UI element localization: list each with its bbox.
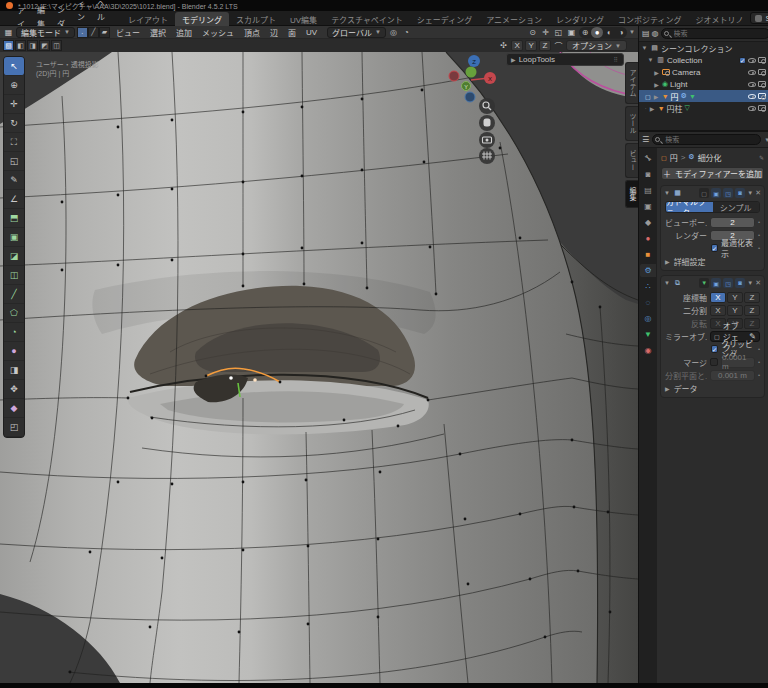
menu-face[interactable]: 面 [284,27,300,38]
tool-smooth[interactable]: ● [4,342,24,361]
tab-world[interactable]: ● [640,232,656,245]
mirror-butterfly-icon[interactable]: ✣ [498,40,509,51]
realtime-toggle-icon[interactable]: ◳ [723,188,733,198]
clipping-checkbox[interactable]: ✓ [711,345,718,353]
outliner-display-mode-icon[interactable]: ▤ [642,28,650,39]
light-row[interactable]: ▶ ◉ Light [639,78,768,90]
tab-view-layer[interactable]: ▣ [640,200,656,213]
axis-z-button[interactable]: Z [744,292,760,303]
tool-shrink-fatten[interactable]: ✥ [4,380,24,399]
shading-material-icon[interactable]: ◐ [603,27,615,38]
render-toggle-icon[interactable]: ◙ [735,188,745,198]
tab-object[interactable]: ■ [640,248,656,261]
select-invert-icon[interactable]: ◩ [39,40,50,51]
axis-y-button[interactable]: Y [727,292,743,303]
extras-dropdown-icon[interactable]: ▼ [747,190,753,196]
camera-row[interactable]: ▶ Camera [639,66,768,78]
tool-scale[interactable]: ⛶ [4,133,24,152]
tab-modeling[interactable]: モデリング [175,12,229,26]
select-subtract-icon[interactable]: ◨ [27,40,38,51]
render-visibility-icon[interactable] [758,93,766,99]
tool-inset-faces[interactable]: ▣ [4,228,24,247]
outliner-search-input[interactable] [661,28,768,39]
select-intersect-icon[interactable]: ◫ [51,40,62,51]
mirror-z-button[interactable]: Z [539,40,551,51]
render-visibility-icon[interactable] [758,69,766,75]
bisect-z-button[interactable]: Z [744,305,760,316]
xray-toggle-icon[interactable]: ▣ [566,27,577,38]
tool-knife[interactable]: ╱ [4,285,24,304]
close-icon[interactable]: ✕ [755,279,761,287]
orientation-dropdown[interactable]: グローバル ▼ [327,27,386,38]
tool-loop-cut[interactable]: ◫ [4,266,24,285]
tab-shading[interactable]: シェーディング [410,12,479,26]
scene-collection-row[interactable]: ▼ ▤ シーンコレクション [639,42,768,54]
tab-texture-paint[interactable]: テクスチャペイント [324,12,410,26]
tool-shear[interactable]: ◆ [4,399,24,418]
properties-editor-type-icon[interactable]: ☰ [642,134,649,145]
edge-select-icon[interactable]: ╱ [88,27,99,38]
tab-physics[interactable]: ◌ [640,296,656,309]
circle-object-row[interactable]: ▢ ▶ ▼ 円 ⚙ ▼ [639,90,768,102]
sidebar-tab-item[interactable]: アイテム [625,62,638,104]
tab-uv-editing[interactable]: UV編集 [283,12,324,26]
mirror-x-button[interactable]: X [511,40,523,51]
vertex-select-icon[interactable]: ∙ [77,27,88,38]
proportional-edit-icon[interactable]: ◔ [401,27,412,38]
tab-compositing[interactable]: コンポジティング [611,12,689,26]
tab-object-data[interactable]: ▼ [640,328,656,341]
hide-eye-icon[interactable] [748,82,756,87]
shading-rendered-icon[interactable]: ◑ [615,27,627,38]
edit-mode-toggle-icon[interactable]: ▣ [711,278,721,288]
chevron-down-icon[interactable]: ▼ [764,137,768,143]
shading-dropdown-icon[interactable]: ▼ [629,29,635,35]
edit-mode-toggle-icon[interactable]: ▣ [711,188,721,198]
expand-icon[interactable]: ▶ [653,81,660,88]
render-visibility-icon[interactable] [758,105,766,111]
tool-annotate[interactable]: ✎ [4,171,24,190]
breadcrumb-modifier[interactable]: 細分化 [698,152,722,163]
tool-rip-region[interactable]: ◰ [4,418,24,437]
hide-eye-icon[interactable] [748,58,756,63]
tool-measure[interactable]: ∠ [4,190,24,209]
menu-select[interactable]: 選択 [146,27,170,38]
collapse-icon[interactable]: ▼ [664,190,670,196]
options-dropdown[interactable]: オプション ▼ [566,40,627,51]
properties-search-input[interactable] [652,134,761,145]
tab-scene[interactable]: ◆ [640,216,656,229]
animate-dot-icon[interactable]: • [758,219,760,225]
render-visibility-icon[interactable] [758,81,766,87]
expand-icon[interactable]: ▶ [649,105,656,112]
axis-x-button[interactable]: X [710,292,726,303]
tab-rendering[interactable]: レンダリング [549,12,611,26]
merge-threshold-slider[interactable]: 0.0001 m [721,357,755,368]
sidebar-tab-edit[interactable]: 編集 [625,180,638,208]
select-extend-icon[interactable]: ◧ [15,40,26,51]
face-select-icon[interactable]: ▰ [99,27,110,38]
add-modifier-button[interactable]: ＋ モディファイアーを追加 [661,167,764,180]
tool-poly-build[interactable]: ⬠ [4,304,24,323]
realtime-toggle-icon[interactable]: ◳ [723,278,733,288]
tool-transform[interactable]: ◱ [4,152,24,171]
drag-dots-icon[interactable]: ⠿ [614,56,619,63]
collapse-icon[interactable]: ▼ [647,57,654,63]
expand-icon[interactable]: ▶ [653,93,660,100]
collection-row[interactable]: ▼ ▥ Collection ✓ [639,54,768,66]
collapse-icon[interactable]: ▼ [664,280,670,286]
gizmo-toggle-icon[interactable]: ✛ [540,27,551,38]
tool-select-box[interactable]: ↖ [4,57,24,76]
simple-button[interactable]: シンプル [713,202,760,212]
overlays-toggle-icon[interactable]: ◱ [553,27,564,38]
merge-checkbox[interactable] [710,358,718,366]
menu-mesh[interactable]: メッシュ [198,27,238,38]
sidebar-tab-view[interactable]: ビュー [625,143,638,178]
extras-dropdown-icon[interactable]: ▼ [747,280,753,286]
tab-modifiers[interactable]: ⚙ [640,264,656,277]
looptools-panel[interactable]: ▶ LoopTools ⠿ [506,53,624,66]
collection-checkbox[interactable]: ✓ [739,57,746,64]
hide-eye-icon[interactable] [748,94,756,99]
collapse-icon[interactable]: ▼ [641,45,648,51]
tool-edge-slide[interactable]: ◨ [4,361,24,380]
falloff-icon[interactable]: ⌒ [553,40,564,51]
tab-render[interactable]: ◙ [640,168,656,181]
